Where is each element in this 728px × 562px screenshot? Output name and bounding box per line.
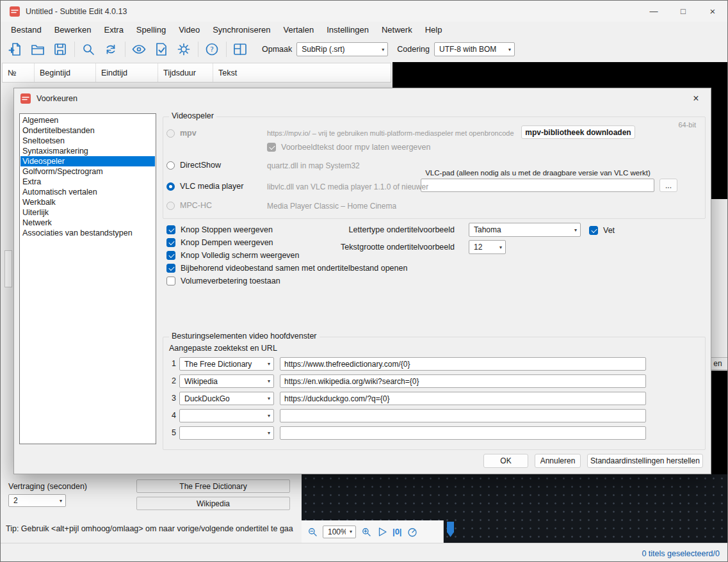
cancel-button[interactable]: Annuleren [535, 454, 581, 468]
free-dictionary-button[interactable]: The Free Dictionary [136, 479, 290, 493]
menu-bestand[interactable]: Bestand [4, 23, 48, 36]
preview-font-dropdown[interactable]: Tahoma▾ [469, 223, 581, 237]
option-fullscreen-button-row: Knop Volledig scherm weergeven [166, 250, 300, 261]
mpv-preview-label: Voorbeeldtekst door mpv laten weergeven [281, 143, 430, 152]
close-button[interactable]: × [698, 1, 727, 22]
toolbar-separator [198, 42, 198, 57]
mpv-radio-row: mpv [166, 128, 197, 138]
minimize-button[interactable]: — [639, 1, 668, 22]
preview-fontsize-dropdown[interactable]: 12▾ [469, 240, 506, 254]
menu-vertalen[interactable]: Vertalen [277, 23, 320, 36]
vlc-radio[interactable] [166, 182, 175, 191]
playback-speed-gauge-icon[interactable] [407, 526, 418, 538]
play-icon[interactable] [376, 526, 388, 538]
preferences-category-list[interactable]: Algemeen Ondertitelbestanden Sneltoetsen… [19, 113, 156, 444]
category-syntaxismarkering[interactable]: Syntaxismarkering [20, 146, 155, 156]
mpv-preview-checkbox-row: Voorbeeldtekst door mpv laten weergeven [267, 142, 430, 152]
column-eindtijd[interactable]: Eindtijd [96, 63, 158, 82]
encoding-dropdown[interactable]: UTF-8 with BOM▾ [434, 42, 515, 56]
bold-checkbox[interactable] [589, 226, 598, 235]
maximize-button[interactable]: □ [668, 1, 698, 22]
menu-extra[interactable]: Extra [98, 23, 130, 36]
category-extra[interactable]: Extra [20, 177, 155, 187]
open-video-checkbox[interactable] [166, 264, 175, 273]
search-5-name-dropdown[interactable]: ▾ [179, 426, 274, 440]
stop-button-checkbox[interactable] [166, 225, 175, 234]
category-automatisch-vertalen[interactable]: Automatisch vertalen [20, 187, 155, 197]
find-icon[interactable] [79, 40, 98, 59]
volume-boost-checkbox[interactable] [166, 277, 175, 285]
help-icon[interactable]: ? [202, 40, 222, 59]
preview-font-label: Lettertype ondertitelvoorbeeld [334, 225, 455, 234]
search-1-url-input[interactable] [280, 357, 646, 371]
search-2-url-input[interactable] [280, 374, 646, 388]
vlc-path-input[interactable] [421, 179, 654, 192]
option-stop-button-row: Knop Stoppen weergeven [166, 225, 273, 235]
search-row-number: 5 [172, 428, 176, 437]
menu-netwerk[interactable]: Netwerk [375, 23, 419, 36]
visual-sync-icon[interactable] [129, 40, 149, 59]
play-from-start-icon[interactable]: |0| [392, 527, 402, 536]
category-sneltoetsen[interactable]: Sneltoetsen [20, 136, 155, 146]
menu-bewerken[interactable]: Bewerken [48, 23, 98, 36]
zoom-in-icon[interactable] [360, 526, 372, 538]
category-ondertitelbestanden[interactable]: Ondertitelbestanden [20, 125, 155, 136]
mpc-description: Media Player Classic – Home Cinema [267, 202, 396, 211]
fix-common-errors-icon[interactable] [152, 40, 171, 59]
layout-icon[interactable] [231, 40, 250, 59]
opmaak-label: Opmaak [262, 45, 292, 54]
format-dropdown[interactable]: SubRip (.srt)▾ [296, 42, 388, 56]
settings-gear-icon[interactable] [174, 40, 193, 59]
menu-video[interactable]: Video [172, 23, 206, 36]
menu-instellingen[interactable]: Instellingen [320, 23, 375, 36]
mpv-radio[interactable] [166, 129, 175, 138]
menu-help[interactable]: Help [419, 23, 449, 36]
vlc-browse-button[interactable]: ... [659, 179, 677, 192]
ok-button[interactable]: OK [483, 454, 528, 468]
mute-button-checkbox[interactable] [166, 238, 175, 247]
column-number[interactable]: № [3, 63, 35, 82]
save-icon[interactable] [51, 40, 70, 59]
category-algemeen[interactable]: Algemeen [20, 115, 155, 125]
column-tijdsduur[interactable]: Tijdsduur [158, 63, 213, 82]
chevron-down-icon: ▾ [60, 498, 62, 504]
menu-spelling[interactable]: Spelling [130, 23, 172, 36]
menu-bar: Bestand Bewerken Extra Spelling Video Sy… [1, 22, 727, 37]
category-videospeler[interactable]: Videospeler [20, 156, 155, 166]
restore-defaults-button[interactable]: Standaardinstellingen herstellen [587, 454, 703, 468]
preview-fontsize-label: Tekstgrootte ondertitelvoorbeeld [334, 243, 455, 252]
open-file-icon[interactable] [28, 40, 47, 59]
search-4-name-dropdown[interactable]: ▾ [179, 409, 274, 422]
fullscreen-button-checkbox[interactable] [166, 251, 175, 260]
directshow-radio[interactable] [166, 161, 175, 170]
wikipedia-button[interactable]: Wikipedia [136, 497, 290, 510]
background-scrollbar-sliver[interactable] [4, 250, 12, 287]
menu-synchroniseren[interactable]: Synchroniseren [206, 23, 277, 36]
search-5-url-input[interactable] [280, 426, 646, 440]
mpv-preview-checkbox[interactable] [267, 143, 276, 152]
option-mute-button-row: Knop Dempen weergeven [166, 237, 273, 248]
new-file-icon[interactable] [6, 40, 25, 59]
search-3-name-dropdown[interactable]: DuckDuckGo▾ [179, 392, 274, 405]
category-golfvorm-spectrogram[interactable]: Golfvorm/Spectrogram [20, 166, 155, 177]
search-3-url-input[interactable] [280, 392, 646, 405]
category-werkbalk[interactable]: Werkbalk [20, 197, 155, 207]
vlc-radio-row: VLC media player [166, 181, 243, 191]
column-begintijd[interactable]: Begintijd [35, 63, 96, 82]
zoom-out-icon[interactable] [307, 526, 318, 538]
column-tekst[interactable]: Tekst [213, 63, 391, 82]
search-4-url-input[interactable] [280, 409, 646, 422]
zoom-level-dropdown[interactable]: 100%▾ [323, 526, 356, 538]
search-1-name-dropdown[interactable]: The Free Dictionary▾ [179, 357, 274, 371]
vertraging-dropdown[interactable]: 2▾ [8, 494, 66, 507]
dialog-close-icon[interactable]: × [686, 90, 706, 107]
svg-text:?: ? [210, 45, 214, 54]
search-2-name-dropdown[interactable]: Wikipedia▾ [179, 374, 274, 388]
vlc-label: VLC media player [180, 182, 243, 191]
category-netwerk[interactable]: Netwerk [20, 218, 155, 228]
category-uiterlijk[interactable]: Uiterlijk [20, 207, 155, 218]
mpv-download-button[interactable]: mpv-bibliotheek downloaden [521, 125, 635, 139]
replace-icon[interactable] [101, 40, 120, 59]
category-bestandstypen[interactable]: Associaties van bestandstypen [20, 228, 155, 238]
mpc-radio[interactable] [166, 202, 175, 210]
